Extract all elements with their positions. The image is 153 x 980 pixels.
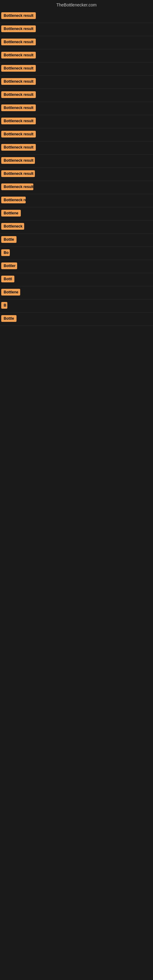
- result-row: Bottleneck result: [0, 142, 153, 155]
- bottleneck-badge[interactable]: Bottlene: [1, 289, 20, 296]
- result-row: Bottleneck re: [0, 194, 153, 207]
- result-row: Bottl: [0, 273, 153, 286]
- result-row: Bottler: [0, 260, 153, 273]
- bottleneck-badge[interactable]: Bottleneck result: [1, 105, 36, 111]
- result-row: Bottleneck result: [0, 89, 153, 102]
- result-row: Bottleneck result: [0, 102, 153, 115]
- bottleneck-badge[interactable]: Bottleneck result: [1, 157, 35, 164]
- result-row: Bottlene: [0, 286, 153, 299]
- result-row: Bottleneck result: [0, 62, 153, 76]
- result-row: Bottleneck result: [0, 181, 153, 194]
- bottleneck-badge[interactable]: Bottleneck result: [1, 91, 36, 98]
- bottleneck-badge[interactable]: Bottleneck result: [1, 65, 36, 72]
- result-row: Bottleneck result: [0, 115, 153, 128]
- bottleneck-badge[interactable]: Bottleneck result: [1, 12, 36, 19]
- result-row: Bottleneck result: [0, 36, 153, 49]
- bottleneck-badge[interactable]: Bo: [1, 249, 10, 256]
- result-row: Bottleneck: [0, 221, 153, 234]
- bottleneck-badge[interactable]: Bottle: [1, 315, 16, 322]
- bottleneck-badge[interactable]: Bottleneck result: [1, 38, 36, 45]
- result-row: Bottleneck result: [0, 155, 153, 168]
- site-title: TheBottlenecker.com: [0, 0, 153, 10]
- result-row: Bottlene: [0, 207, 153, 221]
- bottleneck-badge[interactable]: Bottleneck result: [1, 170, 35, 177]
- bottleneck-badge[interactable]: Bottler: [1, 262, 17, 269]
- result-row: Bo: [0, 247, 153, 260]
- bottleneck-badge[interactable]: Bottleneck re: [1, 197, 26, 204]
- bottleneck-badge[interactable]: Bottleneck result: [1, 183, 33, 190]
- bottleneck-badge[interactable]: Bottle: [1, 236, 16, 243]
- result-row: Bottleneck result: [0, 128, 153, 142]
- result-row: Bottleneck result: [0, 49, 153, 62]
- bottleneck-badge[interactable]: Bottleneck: [1, 223, 24, 230]
- bottleneck-badge[interactable]: Bottleneck result: [1, 118, 36, 124]
- result-row: Bottleneck result: [0, 10, 153, 23]
- bottleneck-badge[interactable]: B: [1, 302, 7, 309]
- result-row: Bottleneck result: [0, 168, 153, 181]
- bottleneck-badge[interactable]: Bottleneck result: [1, 131, 36, 137]
- result-row: Bottle: [0, 313, 153, 326]
- bottleneck-badge[interactable]: Bottleneck result: [1, 144, 36, 151]
- bottleneck-badge[interactable]: Bottleneck result: [1, 25, 36, 32]
- result-row: Bottleneck result: [0, 76, 153, 89]
- bottleneck-badge[interactable]: Bottl: [1, 275, 14, 282]
- bottleneck-badge[interactable]: Bottleneck result: [1, 78, 36, 85]
- bottleneck-badge[interactable]: Bottleneck result: [1, 52, 36, 59]
- result-row: Bottleneck result: [0, 23, 153, 36]
- result-row: B: [0, 299, 153, 313]
- bottleneck-badge[interactable]: Bottlene: [1, 210, 21, 216]
- result-row: Bottle: [0, 234, 153, 247]
